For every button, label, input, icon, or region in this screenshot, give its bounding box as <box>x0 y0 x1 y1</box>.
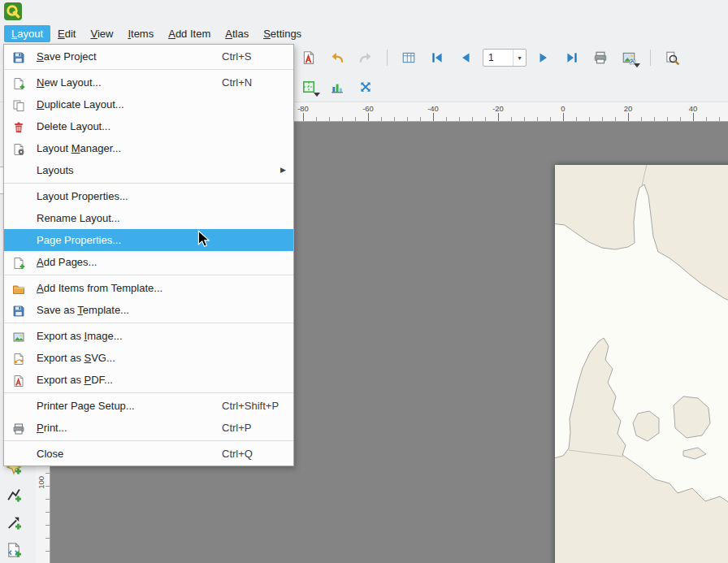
last-feature-button[interactable] <box>561 46 583 69</box>
menu-item-layout-properties[interactable]: Layout Properties... <box>4 185 293 207</box>
print-icon <box>12 422 25 435</box>
menu-item-label: Export as Image... <box>37 330 123 342</box>
layout-page[interactable] <box>555 165 728 563</box>
dropdown-marker-icon <box>634 63 640 67</box>
menubar-item-settings[interactable]: Settings <box>256 25 309 42</box>
menubar-item-atlas[interactable]: Atlas <box>218 25 256 42</box>
menu-separator <box>4 323 293 323</box>
map-item <box>555 165 728 563</box>
h-ruler-tick <box>368 113 369 121</box>
menu-item-label: New Layout... <box>37 76 102 89</box>
combobox-dropdown-icon[interactable]: ▾ <box>513 50 526 66</box>
atlas-preview-icon <box>401 50 416 65</box>
move-extent-button[interactable] <box>354 76 377 98</box>
menu-item-page-properties[interactable]: Page Properties... <box>4 229 293 251</box>
menu-separator <box>4 440 293 441</box>
h-ruler-tick <box>563 113 564 121</box>
delete-layout-icon <box>12 121 25 134</box>
add-pages-icon <box>12 257 25 270</box>
menu-item-shortcut: Ctrl+Shift+P <box>222 395 279 417</box>
h-ruler-tick-label: 0 <box>561 104 565 113</box>
add-html-frame-icon <box>6 542 22 558</box>
add-arrow-button[interactable] <box>2 511 25 534</box>
export-pdf-button[interactable] <box>297 46 320 69</box>
menu-item-rename-layout[interactable]: Rename Layout... <box>4 207 293 229</box>
next-feature-icon <box>536 50 551 65</box>
menu-item-add-pages[interactable]: Add Pages... <box>4 251 293 273</box>
export-atlas-button[interactable] <box>618 46 640 69</box>
menu-item-save-project[interactable]: Save ProjectCtrl+S <box>4 45 293 67</box>
menu-item-add-items-from-template[interactable]: Add Items from Template... <box>4 277 293 299</box>
menu-item-label: Save as Template... <box>37 304 129 316</box>
titlebar <box>0 0 728 23</box>
menu-item-label: Print... <box>37 422 67 434</box>
previous-feature-button[interactable] <box>454 46 477 69</box>
menu-item-label: Close <box>37 448 63 460</box>
h-ruler-tick-label: -60 <box>362 104 374 113</box>
redo-icon <box>358 50 373 65</box>
menu-item-delete-layout[interactable]: Delete Layout... <box>4 115 293 137</box>
vertical-ruler-label: 100 <box>37 476 46 489</box>
menu-item-close[interactable]: CloseCtrl+Q <box>4 443 293 465</box>
menu-item-export-as-svg[interactable]: Export as SVG... <box>4 347 293 369</box>
menu-item-export-as-image[interactable]: Export as Image... <box>4 325 293 347</box>
menu-item-duplicate-layout[interactable]: Duplicate Layout... <box>4 93 293 115</box>
first-feature-button[interactable] <box>426 46 448 69</box>
menu-item-label: Layouts <box>37 164 74 176</box>
menu-item-layouts[interactable]: Layouts▶ <box>4 159 293 181</box>
previous-feature-icon <box>458 50 473 65</box>
menu-item-printer-page-setup[interactable]: Printer Page Setup...Ctrl+Shift+P <box>4 395 293 417</box>
menu-item-label: Page Properties... <box>37 234 121 246</box>
menu-separator <box>4 275 293 275</box>
print-atlas-button[interactable] <box>589 46 612 69</box>
menu-item-label: Layout Manager... <box>37 142 121 154</box>
h-ruler-tick <box>433 113 434 121</box>
new-layout-icon <box>12 77 25 90</box>
menu-item-export-as-pdf[interactable]: Export as PDF... <box>4 369 293 391</box>
menu-item-label: Add Pages... <box>37 256 97 268</box>
menubar-item-view[interactable]: View <box>83 25 120 42</box>
menubar: LayoutEditViewItemsAdd ItemAtlasSettings <box>0 23 728 44</box>
atlas-page-combobox[interactable]: 1▾ <box>483 49 526 67</box>
add-arrow-icon <box>6 514 22 531</box>
export-image-icon <box>12 331 25 344</box>
menubar-item-layout[interactable]: Layout <box>4 25 50 42</box>
menu-item-shortcut: Ctrl+S <box>222 45 251 67</box>
atlas-preview-button[interactable] <box>397 46 420 69</box>
menu-item-label: Duplicate Layout... <box>37 98 124 110</box>
menu-separator <box>4 69 293 70</box>
atlas-page-value: 1 <box>483 52 513 63</box>
add-items-template-icon <box>12 283 25 296</box>
menubar-item-add-item[interactable]: Add Item <box>161 25 218 42</box>
next-feature-button[interactable] <box>532 46 555 69</box>
menu-item-new-layout[interactable]: New Layout...Ctrl+N <box>4 71 293 93</box>
statistics-chart-icon <box>330 80 344 94</box>
guides-button[interactable] <box>297 76 320 98</box>
add-polyline-button[interactable] <box>2 483 25 506</box>
h-ruler-tick-label: 40 <box>689 104 698 113</box>
menu-item-label: Save Project <box>37 50 97 63</box>
statistics-chart-button[interactable] <box>326 76 349 98</box>
zoom-layout-button[interactable] <box>661 46 683 69</box>
menu-separator <box>4 392 293 393</box>
menu-item-layout-manager[interactable]: Layout Manager... <box>4 137 293 159</box>
export-pdf-icon <box>12 375 25 388</box>
dropdown-marker-icon <box>314 93 320 97</box>
h-ruler-tick-label: 20 <box>624 104 633 113</box>
add-html-frame-button[interactable] <box>2 539 25 561</box>
menubar-item-edit[interactable]: Edit <box>50 25 83 42</box>
menu-item-print[interactable]: Print...Ctrl+P <box>4 417 293 439</box>
undo-button[interactable] <box>326 46 349 69</box>
qgis-logo-icon <box>4 2 22 20</box>
layout-menu-popup: Save ProjectCtrl+SNew Layout...Ctrl+NDup… <box>3 44 294 466</box>
export-pdf-icon <box>301 50 316 65</box>
layout-manager-icon <box>12 143 25 156</box>
menu-item-label: Export as PDF... <box>37 374 113 386</box>
menu-item-save-as-template[interactable]: Save as Template... <box>4 299 293 321</box>
h-ruler-tick <box>498 113 499 121</box>
h-ruler-tick-label: -80 <box>297 104 309 113</box>
menubar-item-items[interactable]: Items <box>120 25 161 42</box>
redo-button[interactable] <box>354 46 377 69</box>
first-feature-icon <box>430 50 444 65</box>
menu-item-shortcut: Ctrl+Q <box>222 443 253 465</box>
